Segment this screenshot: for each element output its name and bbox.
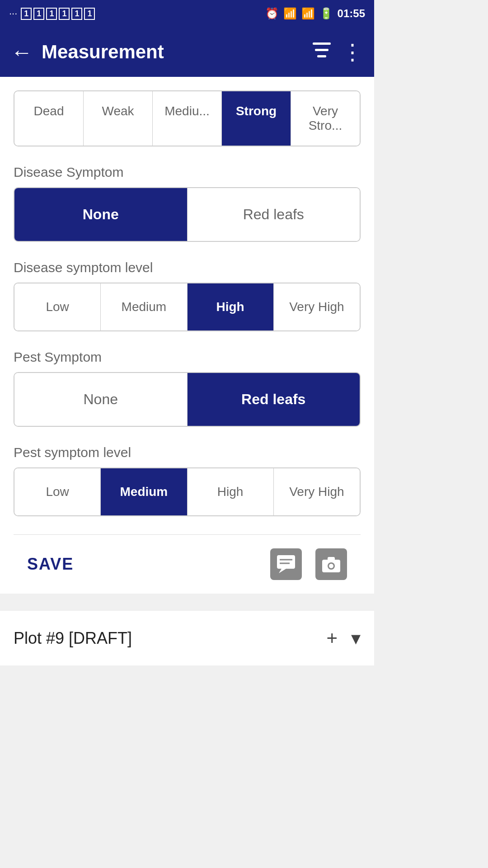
pest-symptom-label: Pest Symptom [14, 349, 361, 365]
svg-rect-0 [313, 42, 331, 45]
camera-button[interactable] [315, 548, 347, 580]
disease-symptom-red-leafs[interactable]: Red leafs [188, 188, 360, 241]
pest-symptom-red-leafs[interactable]: Red leafs [188, 373, 360, 426]
svg-rect-1 [315, 49, 328, 51]
pest-level-very-high[interactable]: Very High [274, 468, 360, 515]
vigor-option-strong[interactable]: Strong [222, 91, 291, 146]
svg-rect-3 [277, 555, 295, 569]
vigor-option-dead[interactable]: Dead [14, 91, 84, 146]
wifi-icon: 📶 [283, 7, 297, 20]
signal-icon: 📶 [301, 7, 315, 20]
bottom-icons [270, 548, 347, 580]
disease-symptom-toggle: None Red leafs [14, 187, 361, 242]
pest-symptom-level-toggle: Low Medium High Very High [14, 467, 361, 516]
battery-icon: 🔋 [319, 7, 333, 20]
status-right: ⏰ 📶 📶 🔋 01:55 [265, 7, 365, 20]
main-content: Dead Weak Mediu... Strong Very Stro... D… [0, 77, 374, 594]
vigor-option-medium[interactable]: Mediu... [153, 91, 222, 146]
draft-card: Plot #9 [DRAFT] + ▾ [0, 610, 374, 665]
status-left: ··· 1 1 1 1 1 1 [9, 8, 95, 20]
disease-symptom-none[interactable]: None [14, 188, 188, 241]
app-bar-actions: ⋮ [313, 39, 363, 65]
draft-title: Plot #9 [DRAFT] [14, 629, 132, 648]
pest-level-medium[interactable]: Medium [101, 468, 187, 515]
comment-button[interactable] [270, 548, 302, 580]
disease-level-low[interactable]: Low [14, 283, 101, 330]
svg-marker-6 [279, 569, 286, 573]
more-options-icon[interactable]: ⋮ [342, 39, 363, 65]
pest-symptom-toggle: None Red leafs [14, 372, 361, 427]
disease-symptom-label: Disease Symptom [14, 165, 361, 180]
status-bar: ··· 1 1 1 1 1 1 ⏰ 📶 📶 🔋 01:55 [0, 0, 374, 27]
time-display: 01:55 [338, 7, 365, 20]
disease-level-very-high[interactable]: Very High [274, 283, 360, 330]
back-button[interactable]: ← [11, 40, 33, 65]
svg-point-9 [329, 564, 333, 568]
app-bar: ← Measurement ⋮ [0, 27, 374, 77]
draft-actions: + ▾ [326, 627, 361, 649]
pest-symptom-level-label: Pest symptom level [14, 445, 361, 460]
disease-symptom-level-toggle: Low Medium High Very High [14, 283, 361, 331]
pest-symptom-none[interactable]: None [14, 373, 188, 426]
notification-dots: ··· [9, 8, 17, 19]
pest-level-low[interactable]: Low [14, 468, 101, 515]
svg-rect-2 [317, 55, 326, 57]
svg-rect-10 [328, 557, 335, 561]
bottom-action-bar: SAVE [14, 534, 361, 594]
pest-level-high[interactable]: High [188, 468, 274, 515]
save-button[interactable]: SAVE [27, 555, 74, 574]
vigor-option-very-strong[interactable]: Very Stro... [291, 91, 360, 146]
vigor-selector: Dead Weak Mediu... Strong Very Stro... [14, 90, 361, 146]
filter-icon[interactable] [313, 42, 331, 62]
disease-level-high[interactable]: High [188, 283, 274, 330]
page-title: Measurement [42, 41, 313, 63]
disease-symptom-level-label: Disease symptom level [14, 260, 361, 275]
vigor-option-weak[interactable]: Weak [84, 91, 153, 146]
alarm-icon: ⏰ [265, 7, 279, 20]
expand-draft-button[interactable]: ▾ [351, 627, 361, 649]
sim-icons: 1 1 1 1 1 1 [21, 8, 95, 20]
disease-level-medium[interactable]: Medium [101, 283, 187, 330]
section-separator [0, 594, 374, 603]
add-plot-button[interactable]: + [326, 627, 338, 649]
